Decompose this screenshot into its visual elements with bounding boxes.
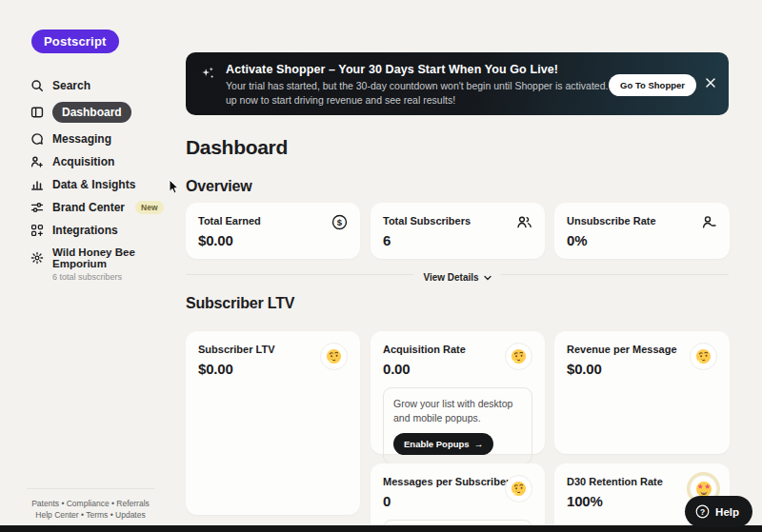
search-icon — [30, 79, 44, 92]
arrow-right-icon: → — [474, 439, 484, 449]
thinking-emoji-icon — [505, 343, 532, 370]
sidebar-item-label: Acquisition — [52, 155, 114, 168]
person-minus-icon — [701, 214, 717, 234]
overview-heading: Overview — [186, 178, 252, 195]
banner-body: Your trial has started, but the 30-day c… — [226, 79, 637, 108]
sidebar-item-label: Messaging — [52, 132, 111, 146]
app-window: Postscript Search Dashboard Messaging Ac… — [0, 0, 762, 532]
gear-icon — [30, 251, 44, 265]
sidebar-item-label: Search — [52, 79, 90, 92]
close-icon[interactable] — [704, 76, 717, 89]
thinking-emoji-icon — [690, 343, 717, 370]
help-label: Help — [715, 506, 739, 518]
popups-tip-box: Grow your list with desktop and mobile p… — [383, 387, 532, 464]
card-value: $0.00 — [198, 232, 348, 248]
people-icon — [516, 214, 532, 234]
banner-title: Activate Shopper – Your 30 Days Start Wh… — [226, 63, 558, 76]
view-details-label: View Details — [423, 272, 478, 283]
footer-links-row1[interactable]: Patents • Compliance • Referrals — [0, 498, 181, 509]
card-label: Total Earned — [198, 215, 348, 227]
dashboard-icon — [30, 106, 44, 119]
footer-links-row2[interactable]: Help Center • Terms • Updates — [0, 509, 181, 521]
total-earned-card: Total Earned $0.00 $ — [186, 203, 360, 259]
messaging-icon — [30, 132, 44, 146]
sidebar-item-messaging[interactable]: Messaging — [0, 128, 181, 150]
thinking-emoji-icon — [505, 475, 532, 502]
sidebar-footer: Patents • Compliance • Referrals Help Ce… — [0, 479, 181, 532]
bar-chart-icon — [30, 178, 44, 191]
svg-text:$: $ — [337, 217, 343, 227]
new-badge: New — [135, 201, 163, 214]
sidebar-item-label: Integrations — [52, 224, 118, 237]
activation-banner: Activate Shopper – Your 30 Days Start Wh… — [186, 52, 729, 115]
unsubscribe-rate-card: Unsubscribe Rate 0% — [554, 203, 730, 259]
mouse-cursor — [169, 179, 180, 199]
help-button[interactable]: ? Help — [685, 496, 752, 527]
subscriber-count-label: 6 total subscribers — [0, 272, 181, 282]
sidebar-item-data-insights[interactable]: Data & Insights — [0, 173, 181, 196]
question-icon: ? — [695, 504, 710, 519]
svg-text:?: ? — [700, 507, 705, 517]
enable-popups-label: Enable Popups — [404, 439, 470, 449]
go-to-shopper-button[interactable]: Go To Shopper — [609, 74, 696, 96]
sidebar-item-dashboard[interactable]: Dashboard — [0, 97, 181, 128]
tip-text: Grow your list with desktop and mobile p… — [393, 397, 522, 425]
sidebar-item-search[interactable]: Search — [0, 74, 181, 97]
sidebar-item-shop[interactable]: Wild Honey Bee Emporium — [0, 242, 181, 274]
card-value: 6 — [383, 232, 532, 248]
revenue-per-message-card: Revenue per Message $0.00 — [554, 331, 730, 454]
thinking-emoji-icon — [320, 343, 348, 370]
dollar-circle-icon: $ — [331, 214, 348, 234]
chevron-down-icon — [484, 272, 491, 283]
acquisition-rate-card: Acquisition Rate 0.00 Grow your list wit… — [371, 331, 545, 454]
sidebar-item-acquisition[interactable]: Acquisition — [0, 150, 181, 173]
card-value: 0% — [567, 232, 717, 248]
sidebar-item-label: Brand Center — [52, 201, 125, 214]
sparkles-icon — [200, 66, 215, 85]
acquisition-icon — [30, 155, 44, 168]
messages-per-subscriber-card: Messages per Subscriber 0 Schedule your … — [371, 463, 545, 532]
bottom-edge-bar — [0, 525, 762, 532]
sidebar-item-label-active: Dashboard — [52, 102, 131, 123]
card-label: Total Subscribers — [383, 215, 532, 227]
view-details-toggle[interactable]: View Details — [186, 267, 729, 281]
page-title: Dashboard — [186, 136, 288, 159]
enable-popups-button[interactable]: Enable Popups → — [393, 433, 493, 455]
sidebar-item-label: Data & Insights — [52, 178, 135, 191]
integrations-icon — [30, 224, 44, 237]
sliders-icon — [30, 201, 44, 214]
subscriber-ltv-card: Subscriber LTV $0.00 — [186, 331, 360, 515]
total-subscribers-card: Total Subscribers 6 — [371, 203, 545, 259]
card-label: Unsubscribe Rate — [567, 215, 717, 227]
sidebar-item-label: Wild Honey Bee Emporium — [52, 246, 181, 269]
sidebar-item-integrations[interactable]: Integrations — [0, 219, 181, 242]
sidebar: Search Dashboard Messaging Acquisition D — [0, 74, 181, 282]
sidebar-item-brand-center[interactable]: Brand Center New — [0, 196, 181, 219]
postscript-logo[interactable]: Postscript — [31, 30, 119, 53]
ltv-heading: Subscriber LTV — [186, 295, 294, 312]
